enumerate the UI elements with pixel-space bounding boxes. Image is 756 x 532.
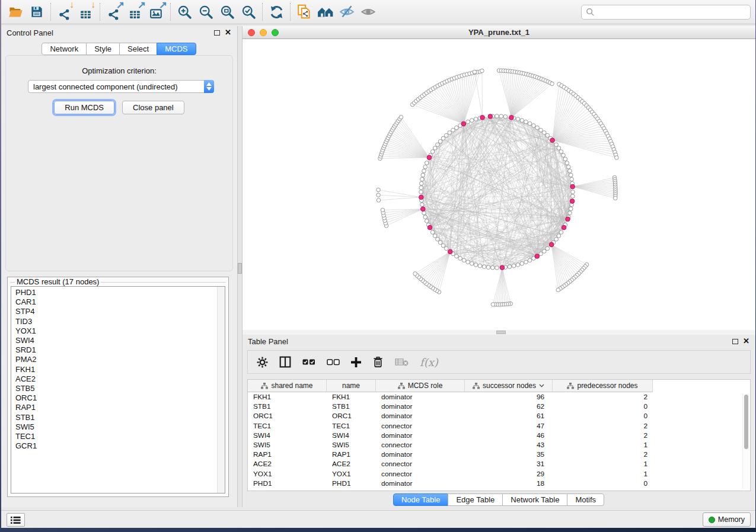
mcds-result-item[interactable]: FKH1 [15, 365, 225, 374]
open-session-icon[interactable] [5, 2, 26, 22]
tab-select[interactable]: Select [119, 43, 157, 55]
table-row[interactable]: STB1STB1dominator620 [248, 402, 750, 411]
show-column-icon[interactable] [279, 356, 291, 368]
select-all-icon[interactable] [302, 358, 315, 366]
table-cell: connector [376, 421, 465, 431]
save-session-icon[interactable] [26, 2, 47, 22]
deselect-all-icon[interactable] [327, 358, 340, 366]
mcds-result-item[interactable]: GCR1 [15, 441, 225, 451]
status-bar: Memory [1, 510, 755, 528]
close-panel-icon[interactable]: ✕ [225, 28, 231, 37]
table-row[interactable]: ACE2ACE2connector311 [248, 459, 750, 469]
tab-edge-table[interactable]: Edge Table [448, 493, 503, 506]
zoom-fit-icon[interactable] [216, 2, 238, 22]
node-table: shared name name MCDS role [247, 379, 751, 491]
float-panel-icon[interactable] [732, 339, 738, 344]
table-row[interactable]: PHD1PHD1dominator180 [248, 479, 750, 488]
horizontal-splitter[interactable] [243, 330, 755, 335]
table-scrollbar-thumb[interactable] [744, 395, 748, 449]
table-panel: Table Panel ✕ [243, 335, 755, 507]
mcds-result-item[interactable]: YOX1 [15, 326, 225, 336]
import-network-icon[interactable]: ↓ [54, 2, 75, 22]
close-panel-icon[interactable]: ✕ [743, 336, 749, 345]
table-cell: SWI4 [327, 431, 376, 440]
float-panel-icon[interactable] [214, 30, 220, 36]
column-header-name[interactable]: name [327, 380, 376, 392]
mcds-result-item[interactable]: SRD1 [15, 345, 225, 355]
add-column-icon[interactable] [351, 357, 361, 367]
mcds-result-item[interactable]: PMA2 [15, 355, 225, 364]
column-tree-icon [398, 383, 405, 389]
column-header-successor-nodes[interactable]: successor nodes [465, 380, 553, 392]
table-row[interactable]: SWI4SWI4dominator462 [248, 431, 750, 440]
result-list-scrollbar[interactable] [217, 287, 225, 493]
search-input[interactable] [598, 7, 750, 17]
zoom-out-icon[interactable] [195, 2, 216, 22]
tab-network[interactable]: Network [42, 43, 87, 55]
close-panel-button[interactable]: Close panel [122, 101, 184, 114]
memory-status-icon [709, 517, 715, 523]
hide-selected-icon[interactable] [336, 2, 358, 22]
table-row[interactable]: RAP1RAP1dominator352 [248, 450, 750, 459]
table-row[interactable]: TEC1TEC1connector472 [248, 421, 750, 431]
table-cell: 62 [465, 402, 553, 411]
export-table-icon[interactable]: ↗ [125, 2, 146, 22]
column-header-shared-name[interactable]: shared name [248, 380, 327, 392]
memory-button[interactable]: Memory [703, 512, 751, 527]
network-view-window: YPA_prune.txt_1 [243, 26, 755, 330]
table-scrollbar[interactable] [742, 393, 749, 489]
tab-mcds[interactable]: MCDS [157, 43, 196, 55]
mcds-result-item[interactable]: PHD1 [15, 288, 225, 297]
import-table-icon[interactable]: ↓ [75, 2, 97, 22]
table-row[interactable]: FKH1FKH1dominator962 [248, 392, 750, 402]
table-cell: dominator [376, 411, 465, 421]
table-panel-header: Table Panel ✕ [243, 335, 755, 349]
mcds-result-item[interactable]: STB5 [15, 384, 225, 393]
table-cell: PHD1 [327, 479, 376, 488]
sort-descending-icon [539, 384, 544, 387]
delete-column-icon[interactable] [372, 356, 384, 368]
mcds-result-item[interactable]: STP4 [15, 307, 225, 316]
table-row[interactable]: YOX1YOX1connector291 [248, 469, 750, 479]
toolbar-separator [290, 3, 291, 21]
network-graph[interactable] [243, 39, 755, 330]
export-network-icon[interactable]: ↗ [103, 2, 125, 22]
refresh-icon[interactable] [266, 2, 287, 22]
duplicate-network-icon[interactable] [294, 2, 315, 22]
table-row[interactable]: ORC1ORC1dominator610 [248, 411, 750, 421]
mcds-result-item[interactable]: TID3 [15, 317, 225, 326]
table-settings-gear-icon[interactable] [257, 357, 268, 368]
show-all-icon[interactable] [358, 2, 379, 22]
column-header-predecessor-nodes[interactable]: predecessor nodes [553, 380, 653, 392]
table-cell: 31 [465, 459, 553, 469]
task-history-button[interactable] [7, 513, 25, 527]
mcds-result-list[interactable]: PHD1CAR1STP4TID3YOX1SWI4SRD1PMA2FKH1ACE2… [11, 286, 225, 493]
column-header-mcds-role[interactable]: MCDS role [376, 380, 465, 392]
export-image-icon[interactable]: ↗ [146, 2, 167, 22]
mcds-result-item[interactable]: CAR1 [15, 297, 225, 307]
vertical-splitter[interactable] [237, 26, 243, 507]
first-neighbors-icon[interactable] [315, 2, 336, 22]
mcds-result-item[interactable]: SWI4 [15, 336, 225, 345]
tab-motifs[interactable]: Motifs [567, 493, 604, 506]
mcds-result-item[interactable]: ORC1 [15, 393, 225, 403]
network-canvas[interactable] [243, 39, 755, 330]
splitter-grip[interactable] [496, 331, 506, 334]
optimization-criterion-select[interactable]: largest connected component (undirected) [28, 80, 214, 93]
mcds-result-item[interactable]: RAP1 [15, 403, 225, 412]
mcds-result-item[interactable]: TEC1 [15, 432, 225, 441]
mcds-result-item[interactable]: SWI5 [15, 422, 225, 432]
table-cell: FKH1 [248, 392, 327, 402]
tab-style[interactable]: Style [86, 43, 120, 55]
table-cell: 0 [553, 402, 653, 411]
zoom-in-icon[interactable] [174, 2, 195, 22]
table-cell: SWI5 [327, 440, 376, 450]
zoom-selected-icon[interactable] [238, 2, 259, 22]
splitter-grip[interactable] [238, 263, 242, 274]
mcds-result-item[interactable]: STB1 [15, 413, 225, 422]
tab-node-table[interactable]: Node Table [393, 493, 449, 506]
mcds-result-item[interactable]: ACE2 [15, 374, 225, 384]
table-row[interactable]: SWI5SWI5connector431 [248, 440, 750, 450]
run-mcds-button[interactable]: Run MCDS [54, 101, 114, 114]
tab-network-table[interactable]: Network Table [502, 493, 567, 506]
